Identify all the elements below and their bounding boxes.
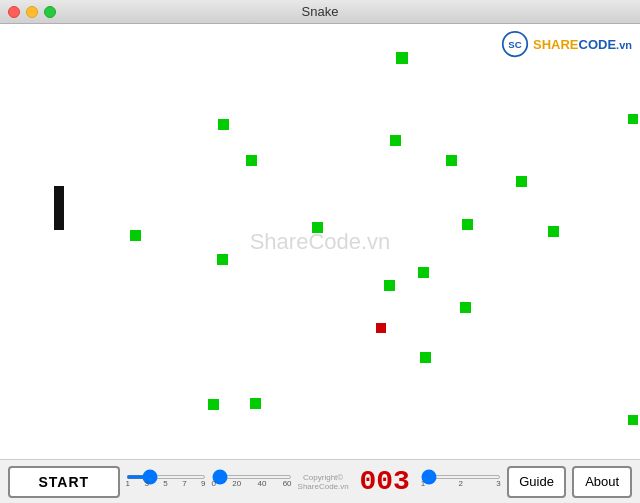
- bottom-bar: START 1 3 5 7 9 0 20 40 60 Copyright© Sh…: [0, 459, 640, 503]
- about-button[interactable]: About: [572, 466, 632, 498]
- logo-text: SHARECODE.vn: [533, 37, 632, 52]
- snake-body: [54, 186, 64, 230]
- game-area: SC SHARECODE.vn ShareCode.vn: [0, 24, 640, 459]
- food-item: [460, 302, 471, 313]
- food-item: [396, 52, 408, 64]
- svg-text:SC: SC: [508, 39, 521, 50]
- food-item: [446, 155, 457, 166]
- food-item: [246, 155, 257, 166]
- food-item: [208, 399, 219, 410]
- minimize-button[interactable]: [26, 6, 38, 18]
- food-red-item: [376, 323, 386, 333]
- food-item: [312, 222, 323, 233]
- window-controls: [8, 6, 56, 18]
- food-item: [418, 267, 429, 278]
- sharecode-logo-icon: SC: [501, 30, 529, 58]
- copyright-text: Copyright© ShareCode.vn: [298, 473, 349, 491]
- food-item: [462, 219, 473, 230]
- obstacle-slider-group: 0 20 40 60: [212, 475, 292, 488]
- food-item: [250, 398, 261, 409]
- food-item: [628, 415, 638, 425]
- food-item: [217, 254, 228, 265]
- close-button[interactable]: [8, 6, 20, 18]
- food-item: [130, 230, 141, 241]
- speed-slider-labels: 1 3 5 7 9: [126, 479, 206, 488]
- size-slider-group: 1 2 3: [421, 475, 501, 488]
- start-button[interactable]: START: [8, 466, 120, 498]
- food-item: [516, 176, 527, 187]
- food-item: [390, 135, 401, 146]
- food-item: [420, 352, 431, 363]
- window-title: Snake: [302, 4, 339, 19]
- size-slider-labels: 1 2 3: [421, 479, 501, 488]
- obstacle-slider-labels: 0 20 40 60: [212, 479, 292, 488]
- food-item: [384, 280, 395, 291]
- title-bar: Snake: [0, 0, 640, 24]
- guide-button[interactable]: Guide: [507, 466, 567, 498]
- maximize-button[interactable]: [44, 6, 56, 18]
- food-item: [548, 226, 559, 237]
- score-display: 003: [355, 466, 415, 497]
- logo-area: SC SHARECODE.vn: [501, 30, 632, 58]
- food-item: [628, 114, 638, 124]
- speed-slider-group: 1 3 5 7 9: [126, 475, 206, 488]
- food-item: [218, 119, 229, 130]
